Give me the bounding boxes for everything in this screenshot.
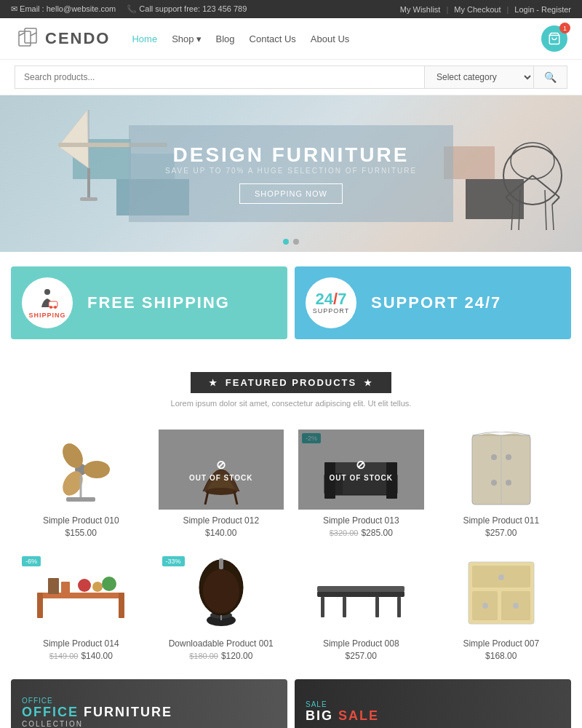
- svg-rect-48: [61, 582, 70, 594]
- hero-cta-button[interactable]: SHOPPING NOW: [239, 183, 343, 204]
- top-bar-links: My Wishlist | My Checkout | Login - Regi…: [400, 5, 571, 14]
- svg-rect-47: [48, 578, 59, 594]
- svg-point-55: [203, 569, 239, 613]
- sale-banner-text: SALE BIG SALE: [295, 689, 390, 728]
- product-name: Downloadable Product 001: [159, 638, 284, 649]
- svg-line-13: [506, 197, 513, 205]
- logo-icon: [15, 25, 41, 52]
- checkout-link[interactable]: My Checkout: [454, 5, 501, 14]
- hero-subtitle: SAVE UP TO 70% A HUGE SELECTION OF FURNI…: [165, 167, 417, 175]
- product-image-wrap: [18, 430, 144, 510]
- search-button[interactable]: 🔍: [534, 66, 567, 89]
- bottom-banners: OFFICE OFFICE FURNITURE COLLECTION SALE …: [0, 672, 582, 728]
- product-card-p8[interactable]: Simple Product 007 $168.00: [431, 545, 572, 668]
- hero-chair-decoration: [498, 117, 567, 234]
- wishlist-link[interactable]: My Wishlist: [400, 5, 441, 14]
- cart-badge: 1: [559, 23, 570, 33]
- main-nav: Home Shop ▾ Blog Contact Us About Us: [132, 33, 541, 44]
- phone-icon: 📞: [127, 4, 137, 13]
- product-price: $257.00: [298, 651, 424, 661]
- nav-shop[interactable]: Shop ▾: [172, 33, 201, 44]
- product-price: $168.00: [439, 651, 565, 661]
- product-name: Simple Product 008: [298, 638, 424, 649]
- product-image-wrap: [439, 553, 565, 633]
- svg-line-16: [552, 205, 554, 230]
- svg-point-10: [511, 143, 554, 179]
- svg-point-22: [54, 306, 57, 309]
- search-input[interactable]: [15, 66, 425, 89]
- nav-home[interactable]: Home: [132, 33, 157, 44]
- feature-boxes: SHIPPING FREE SHIPPING 24/7 SUPPORT SUPP…: [0, 252, 582, 354]
- top-bar: ✉ Email : hello@website.com 📞 Call suppo…: [0, 0, 582, 18]
- svg-point-25: [84, 461, 110, 478]
- product-card-p4[interactable]: Simple Product 011 $257.00: [431, 422, 572, 545]
- clock-7: 7: [338, 290, 346, 308]
- clock-24: 24: [316, 290, 333, 308]
- chevron-down-icon: ▾: [196, 33, 202, 44]
- svg-rect-63: [317, 586, 404, 592]
- nav-blog[interactable]: Blog: [216, 33, 235, 44]
- office-banner-text: OFFICE OFFICE FURNITURE COLLECTION: [11, 686, 183, 729]
- login-link[interactable]: Login - Register: [514, 5, 571, 14]
- support-text: SUPPORT 24/7: [371, 293, 501, 312]
- svg-point-70: [513, 603, 519, 609]
- svg-rect-45: [37, 593, 43, 618]
- svg-rect-58: [317, 591, 404, 597]
- cart-area: 1: [541, 25, 567, 52]
- svg-rect-57: [219, 558, 223, 569]
- cart-icon: [548, 32, 561, 45]
- office-subtitle: COLLECTION: [22, 720, 172, 728]
- email-icon: ✉: [11, 4, 17, 13]
- product-badge: -6%: [22, 556, 41, 566]
- support-clock: 24/7 SUPPORT: [313, 291, 349, 314]
- featured-header: FEATURED PRODUCTS Lorem ipsum dolor sit …: [0, 354, 582, 415]
- email-text: Email : hello@website.com: [20, 4, 116, 13]
- product-card-p5[interactable]: -6% Simple Product 014 $149.00$140.00: [11, 545, 151, 668]
- product-card-p3[interactable]: -2% ⊘OUT OF STOCK Simple Product 013 $32…: [291, 422, 431, 545]
- product-price: $180.00$120.00: [159, 651, 284, 661]
- svg-line-17: [519, 190, 520, 230]
- sale-banner[interactable]: SALE BIG SALE: [295, 679, 571, 728]
- svg-line-18: [545, 190, 546, 230]
- office-banner[interactable]: OFFICE OFFICE FURNITURE COLLECTION: [11, 679, 287, 728]
- product-image-wrap: -6%: [18, 553, 144, 633]
- svg-rect-61: [343, 597, 346, 617]
- product-image-wrap: [298, 553, 424, 633]
- product-card-p7[interactable]: Simple Product 008 $257.00: [291, 545, 431, 668]
- logo-link[interactable]: CENDO: [15, 25, 110, 52]
- product-name: Simple Product 010: [18, 515, 144, 526]
- svg-point-51: [102, 577, 116, 591]
- svg-line-11: [506, 175, 533, 197]
- svg-rect-62: [375, 597, 379, 617]
- svg-line-2: [19, 33, 25, 36]
- email-info: ✉ Email : hello@website.com: [11, 4, 116, 14]
- product-card-p6[interactable]: -33% Downloadable Product 001 $180.00$12…: [151, 545, 292, 668]
- product-card-p2[interactable]: ⊘OUT OF STOCK Simple Product 012 $140.00: [151, 422, 292, 545]
- svg-point-21: [49, 306, 52, 309]
- svg-line-15: [511, 205, 513, 230]
- support-feature: 24/7 SUPPORT SUPPORT 24/7: [295, 266, 571, 339]
- shipping-label: SHIPPING: [28, 312, 65, 319]
- shipping-text: FREE SHIPPING: [87, 293, 230, 312]
- clock-text: 24/7: [316, 291, 347, 307]
- out-of-stock-overlay: ⊘OUT OF STOCK: [298, 430, 424, 510]
- product-name: Simple Product 011: [439, 515, 565, 526]
- category-select[interactable]: Select category: [425, 66, 534, 89]
- search-bar: Select category 🔍: [0, 60, 582, 95]
- svg-line-12: [533, 175, 559, 197]
- svg-line-14: [552, 197, 559, 205]
- svg-rect-46: [119, 593, 124, 618]
- support-icon-circle: 24/7 SUPPORT: [306, 277, 356, 328]
- svg-point-42: [491, 480, 497, 486]
- product-card-p1[interactable]: Simple Product 010 $155.00: [11, 422, 151, 545]
- shipping-feature: SHIPPING FREE SHIPPING: [11, 266, 287, 339]
- nav-about[interactable]: About Us: [311, 33, 349, 44]
- hero-content: DESIGN FURNITURE SAVE UP TO 70% A HUGE S…: [129, 125, 453, 222]
- hero-dot-1[interactable]: [283, 239, 289, 245]
- hero-title: DESIGN FURNITURE: [165, 143, 417, 167]
- product-image-wrap: [439, 430, 565, 510]
- hero-dot-2[interactable]: [293, 239, 299, 245]
- nav-contact[interactable]: Contact Us: [250, 33, 296, 44]
- phone-text: Call support free: 123 456 789: [139, 4, 247, 13]
- product-price: $257.00: [439, 528, 565, 538]
